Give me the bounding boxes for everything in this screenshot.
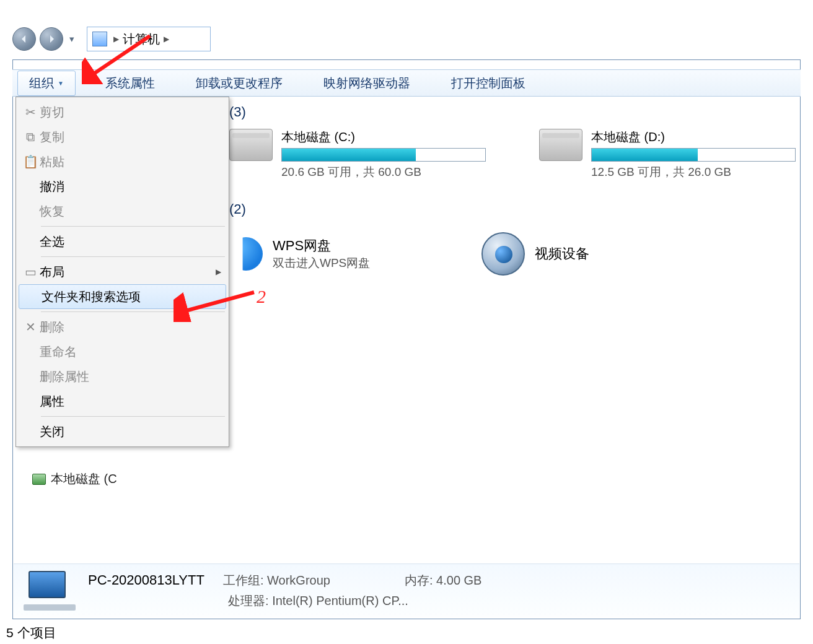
menu-remove-properties[interactable]: 删除属性 xyxy=(17,364,227,389)
drive-title: 本地磁盘 (D:) xyxy=(591,129,799,146)
toolbar-map-network-drive[interactable]: 映射网络驱动器 xyxy=(312,71,421,95)
drive-item-d[interactable]: 本地磁盘 (D:) 12.5 GB 可用，共 26.0 GB xyxy=(539,129,799,180)
annotation-number-2: 2 xyxy=(257,286,266,307)
history-dropdown[interactable]: ▾ xyxy=(67,27,77,51)
toolbar-control-panel[interactable]: 打开控制面板 xyxy=(440,71,537,95)
address-bar[interactable]: ▶ 计算机 ▶ xyxy=(87,27,211,51)
drive-usage-text: 20.6 GB 可用，共 60.0 GB xyxy=(281,164,490,180)
disk-icon xyxy=(32,474,46,485)
content-pane: (3) 本地磁盘 (C:) 20.6 GB 可用，共 60.0 GB 本地磁盘 … xyxy=(229,99,798,276)
computer-icon xyxy=(24,571,76,611)
section-other-count: (2) xyxy=(229,201,798,217)
cpu-label: 处理器: xyxy=(228,594,269,607)
section-hard-drives-count: (3) xyxy=(229,104,798,120)
breadcrumb-separator: ▶ xyxy=(164,35,169,43)
menu-redo[interactable]: 恢复 xyxy=(17,199,227,224)
chevron-down-icon: ▼ xyxy=(58,80,64,87)
video-device-label: 视频设备 xyxy=(535,245,589,263)
menu-undo[interactable]: 撤消 xyxy=(17,174,227,199)
menu-close[interactable]: 关闭 xyxy=(17,419,227,444)
wps-icon xyxy=(229,237,263,271)
wps-netdisk-item[interactable]: WPS网盘 双击进入WPS网盘 xyxy=(229,237,370,271)
menu-separator xyxy=(41,226,225,227)
drive-icon xyxy=(539,129,582,161)
menu-separator xyxy=(41,416,225,417)
cpu-value: Intel(R) Pentium(R) CP... xyxy=(272,594,408,607)
menu-cut[interactable]: ✂ 剪切 xyxy=(17,100,227,124)
menu-delete[interactable]: ✕ 删除 xyxy=(17,315,227,339)
organize-button[interactable]: 组织 ▼ xyxy=(17,71,76,96)
copy-icon: ⧉ xyxy=(21,130,40,144)
sidebar-local-disk[interactable]: 本地磁盘 (C xyxy=(32,471,117,487)
webcam-icon xyxy=(481,232,525,276)
details-pane: PC-20200813LYTT 工作组: WorkGroup 内存: 4.00 … xyxy=(14,564,799,617)
menu-properties[interactable]: 属性 xyxy=(17,389,227,414)
drive-item-c[interactable]: 本地磁盘 (C:) 20.6 GB 可用，共 60.0 GB xyxy=(229,129,490,180)
drive-usage-fill xyxy=(592,149,698,161)
sidebar-partial: 本地磁盘 (C xyxy=(32,471,117,490)
video-device-item[interactable]: 视频设备 xyxy=(481,232,589,276)
drive-usage-text: 12.5 GB 可用，共 26.0 GB xyxy=(591,164,799,180)
menu-layout[interactable]: ▭ 布局 ▶ xyxy=(17,259,227,284)
drive-usage-bar xyxy=(591,148,796,162)
toolbar-uninstall-programs[interactable]: 卸载或更改程序 xyxy=(185,71,294,95)
wps-subtitle: 双击进入WPS网盘 xyxy=(273,255,370,271)
breadcrumb-separator: ▶ xyxy=(113,35,119,43)
workgroup-label: 工作组: xyxy=(223,573,264,587)
menu-select-all[interactable]: 全选 xyxy=(17,229,227,254)
workgroup-value: WorkGroup xyxy=(267,573,330,587)
computer-icon xyxy=(92,32,107,46)
status-text: 5 个项目 xyxy=(6,624,56,642)
pc-name: PC-20200813LYTT xyxy=(88,572,204,588)
memory-label: 内存: xyxy=(405,573,433,587)
back-button[interactable] xyxy=(12,27,36,51)
menu-folder-options[interactable]: 文件夹和搜索选项 xyxy=(19,284,226,309)
scissors-icon: ✂ xyxy=(21,105,40,120)
status-bar: 5 个项目 xyxy=(0,622,813,644)
drive-usage-fill xyxy=(282,149,416,161)
drive-title: 本地磁盘 (C:) xyxy=(281,129,490,146)
organize-label: 组织 xyxy=(29,75,54,92)
navbar: ▾ ▶ 计算机 ▶ xyxy=(12,24,801,54)
menu-separator xyxy=(41,256,225,257)
menu-copy[interactable]: ⧉ 复制 xyxy=(17,124,227,149)
drive-icon xyxy=(229,129,273,161)
drive-usage-bar xyxy=(281,148,486,162)
toolbar: 组织 ▼ 系统属性 卸载或更改程序 映射网络驱动器 打开控制面板 xyxy=(12,69,801,97)
chevron-right-icon: ▶ xyxy=(216,268,221,276)
menu-rename[interactable]: 重命名 xyxy=(17,339,227,364)
breadcrumb-location[interactable]: 计算机 xyxy=(123,31,160,48)
delete-icon: ✕ xyxy=(21,320,40,334)
wps-title: WPS网盘 xyxy=(273,237,370,255)
layout-icon: ▭ xyxy=(21,264,40,279)
memory-value: 4.00 GB xyxy=(436,573,481,587)
organize-menu: ✂ 剪切 ⧉ 复制 📋 粘贴 撤消 恢复 全选 ▭ 布局 ▶ 文件夹和搜索选项 … xyxy=(15,97,229,447)
menu-separator xyxy=(41,311,225,312)
forward-button[interactable] xyxy=(40,27,63,51)
toolbar-system-properties[interactable]: 系统属性 xyxy=(94,71,166,95)
menu-paste[interactable]: 📋 粘贴 xyxy=(17,149,227,174)
paste-icon: 📋 xyxy=(21,154,40,169)
